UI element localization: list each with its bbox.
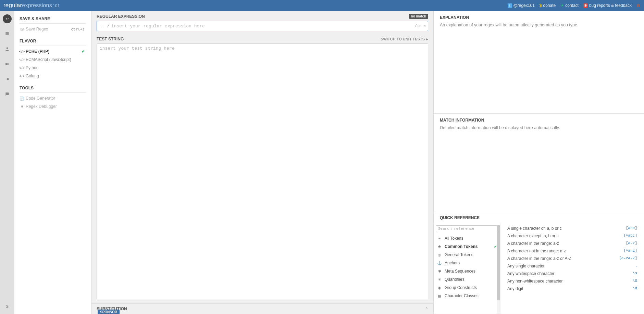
scrollbar-thumb[interactable] xyxy=(497,225,500,300)
qref-token-row[interactable]: Any non-whitespace character\S xyxy=(500,277,644,285)
category-label: General Tokens xyxy=(445,252,473,257)
chat-icon[interactable] xyxy=(3,90,12,99)
twitter-label: @regex101 xyxy=(513,3,535,8)
qref-token-row[interactable]: A character in the range: a-z or A-Z[a-z… xyxy=(500,255,644,262)
chevron-up-icon: ⌃ xyxy=(425,307,428,311)
drag-handle-icon[interactable]: ⋮⋮ xyxy=(97,24,107,28)
qref-token-row[interactable]: A character not in the range: a-z[^a-z] xyxy=(500,247,644,255)
bugs-label: bug reports & feedback xyxy=(589,3,632,8)
qref-search-input[interactable] xyxy=(436,225,498,232)
qref-category[interactable]: ✱Meta Sequences xyxy=(434,267,500,275)
site-logo[interactable]: regularexpressions101 xyxy=(3,2,60,9)
qref-category[interactable]: ✳Quantifiers xyxy=(434,275,500,284)
qref-token-row[interactable]: A single character of: a, b or c[abc] xyxy=(500,225,644,232)
qref-category[interactable]: ◉Group Constructs xyxy=(434,284,500,292)
switch-unit-label: SWITCH TO UNIT TESTS xyxy=(381,37,425,41)
token-desc: A character not in the range: a-z xyxy=(507,249,566,253)
flavor-label: Python xyxy=(26,65,38,70)
icon-sidebar: $ xyxy=(0,11,14,314)
sponsor-badge[interactable]: SPONSOR xyxy=(98,310,120,314)
library-icon[interactable] xyxy=(3,29,12,38)
substitution-header[interactable]: SUBSTITUTION ⌃ xyxy=(91,303,433,314)
token-code: [a-zA-Z] xyxy=(619,256,637,261)
test-string-input[interactable] xyxy=(97,44,428,300)
token-desc: Any non-whitespace character xyxy=(507,279,562,284)
category-label: Group Constructs xyxy=(445,285,477,290)
qref-token-row[interactable]: Any single character. xyxy=(500,262,644,270)
qref-token-list: A single character of: a, b or c[abc]A c… xyxy=(500,223,644,314)
test-title: TEST STRING xyxy=(97,37,124,41)
donate-link[interactable]: $donate xyxy=(540,3,556,8)
qref-category[interactable]: ◎General Tokens xyxy=(434,251,500,259)
qref-category[interactable]: ⚓Anchors xyxy=(434,259,500,267)
regex-input[interactable] xyxy=(110,24,414,29)
open-delimiter[interactable]: / xyxy=(107,24,110,29)
contact-link[interactable]: ✈contact xyxy=(560,3,579,8)
regex-title: REGULAR EXPRESSION xyxy=(97,14,145,19)
token-code: [abc] xyxy=(626,226,637,231)
category-icon: ≡ xyxy=(437,236,442,240)
twitter-link[interactable]: t@regex101 xyxy=(508,3,535,8)
settings-icon[interactable] xyxy=(3,75,12,84)
file-code-icon: 📄 xyxy=(20,96,24,101)
svg-point-0 xyxy=(7,47,8,49)
explanation-text: An explanation of your regex will be aut… xyxy=(440,23,638,27)
sponsor-icon[interactable]: $ xyxy=(3,302,12,311)
flavor-item[interactable]: </>PCRE (PHP)✔ xyxy=(20,47,86,55)
qref-token-row[interactable]: Any whitespace character\s xyxy=(500,270,644,277)
category-icon: ◉ xyxy=(437,286,442,290)
category-icon: ★ xyxy=(437,244,442,249)
top-header: regularexpressions101 t@regex101 $donate… xyxy=(0,0,644,11)
code-gen-label: Code Generator xyxy=(26,96,55,101)
token-desc: A character in the range: a-z or A-Z xyxy=(507,256,571,261)
qref-token-row[interactable]: A character in the range: a-z[a-z] xyxy=(500,240,644,247)
flavor-label: Golang xyxy=(26,74,39,78)
category-icon: ◎ xyxy=(437,253,442,257)
token-desc: Any single character xyxy=(507,264,545,268)
explanation-title: EXPLANATION xyxy=(440,15,638,20)
qref-token-row[interactable]: Any digit\d xyxy=(500,285,644,292)
flavor-heading: FLAVOR xyxy=(20,39,86,43)
contact-label: contact xyxy=(565,3,579,8)
qref-category[interactable]: ≡All Tokens xyxy=(434,234,500,242)
chevron-right-icon: ▸ xyxy=(426,37,428,41)
qref-token-row[interactable]: A character except: a, b or c[^abc] xyxy=(500,232,644,240)
svg-point-2 xyxy=(7,63,9,65)
flavor-label: PCRE (PHP) xyxy=(26,49,49,54)
flags-selector[interactable]: gm⚑ xyxy=(417,24,428,29)
match-title: MATCH INFORMATION xyxy=(440,118,638,123)
dollar-icon: $ xyxy=(540,3,542,8)
delete-icon[interactable]: 🗑 xyxy=(636,3,641,8)
flavor-item[interactable]: </>Python xyxy=(20,64,86,72)
flavor-item[interactable]: </>ECMAScript (JavaScript) xyxy=(20,55,86,64)
category-label: Character Classes xyxy=(445,293,479,298)
token-desc: Any whitespace character xyxy=(507,271,554,276)
code-generator-item[interactable]: 📄 Code Generator xyxy=(20,94,86,102)
save-regex-item[interactable]: 🖫 Save Regex ctrl+s xyxy=(20,25,86,33)
live-help-icon[interactable] xyxy=(3,60,12,68)
category-icon: ✳ xyxy=(437,277,442,282)
regex-debugger-item[interactable]: ✱ Regex Debugger xyxy=(20,102,86,111)
bugs-link[interactable]: ✱bug reports & feedback xyxy=(583,3,632,8)
logo-part1: regular xyxy=(3,2,22,9)
flavor-label: ECMAScript (JavaScript) xyxy=(26,57,71,62)
category-label: Anchors xyxy=(445,261,460,265)
editor-icon[interactable] xyxy=(3,14,12,23)
test-string-box xyxy=(97,43,428,300)
category-icon: ▦ xyxy=(437,294,442,298)
center-column: REGULAR EXPRESSION no match ⋮⋮ / / gm⚑ T… xyxy=(91,11,433,314)
flavor-item[interactable]: </>Golang xyxy=(20,72,86,80)
token-code: \S xyxy=(633,279,637,284)
match-text: Detailed match information will be displ… xyxy=(440,125,638,130)
account-icon[interactable] xyxy=(3,45,12,53)
qref-category[interactable]: ★Common Tokens✔ xyxy=(434,242,500,251)
switch-unit-tests-link[interactable]: SWITCH TO UNIT TESTS ▸ xyxy=(381,37,428,41)
qref-category[interactable]: ▦Character Classes xyxy=(434,292,500,300)
check-icon: ✔ xyxy=(494,245,497,249)
save-shortcut: ctrl+s xyxy=(71,27,85,32)
code-icon: </> xyxy=(20,74,24,78)
close-delimiter[interactable]: / xyxy=(414,24,418,29)
scrollbar[interactable] xyxy=(497,225,500,314)
explanation-panel: EXPLANATION An explanation of your regex… xyxy=(434,11,644,114)
no-match-badge: no match xyxy=(409,14,428,19)
